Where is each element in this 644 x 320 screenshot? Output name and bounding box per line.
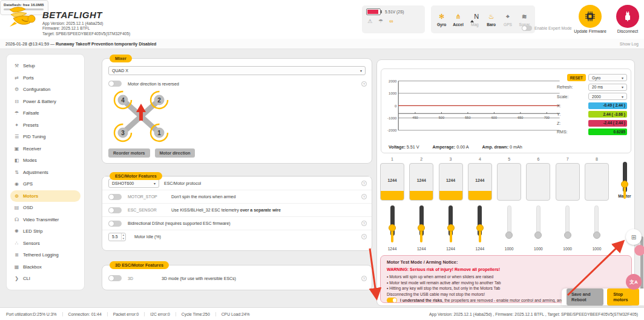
motor-direction-button[interactable]: Motor direction bbox=[155, 148, 196, 158]
help-icon[interactable]: ? bbox=[361, 81, 367, 87]
mixer-type-select[interactable]: QUAD X ▾ bbox=[108, 66, 366, 75]
sidebar-item-failsafe[interactable]: ☂Failsafe bbox=[7, 107, 84, 119]
motor-slider-4[interactable] bbox=[468, 205, 492, 245]
save-and-reboot-button[interactable]: Save and Reboot bbox=[567, 288, 603, 305]
sensor-gyro: ✻ Gyro bbox=[434, 13, 450, 27]
expert-mode-toggle[interactable] bbox=[522, 25, 532, 31]
notification-dot[interactable] bbox=[634, 245, 644, 256]
motor-stop-name: MOTOR_STOP bbox=[128, 195, 171, 199]
gear-icon: ⚙ bbox=[13, 87, 21, 92]
show-log-button[interactable]: Show Log bbox=[620, 42, 639, 46]
master-slider[interactable]: Master bbox=[616, 162, 634, 198]
update-firmware-button[interactable] bbox=[579, 5, 602, 28]
help-icon[interactable]: ? bbox=[361, 276, 367, 281]
motor-direction-reversed-toggle[interactable] bbox=[108, 81, 122, 87]
spin-down-icon[interactable]: ▾ bbox=[122, 237, 125, 241]
motor-number-row: 1 2 3 4 5 6 7 8 bbox=[380, 157, 609, 161]
esc-protocol-value: DSHOT600 bbox=[112, 181, 134, 185]
motor-slider-3[interactable] bbox=[439, 205, 463, 245]
sidebar-item-ports[interactable]: ⇄Ports bbox=[7, 72, 84, 84]
motor-slider-2[interactable] bbox=[409, 205, 433, 245]
sidebar-item-blackbox[interactable]: ▦Blackbox bbox=[7, 261, 84, 273]
motor-number-3: 3 bbox=[121, 130, 125, 136]
warning-icon: ⚠ bbox=[367, 18, 372, 24]
sidebar-item-pid-tuning[interactable]: ☰PID Tuning bbox=[7, 131, 84, 143]
motor-bar-5 bbox=[497, 163, 521, 201]
y-tick: -2000 bbox=[387, 128, 397, 132]
motor-number-1: 1 bbox=[157, 130, 161, 136]
sidebar-item-configuration[interactable]: ⚙Configuration bbox=[7, 84, 84, 96]
gps-icon: ⌖ bbox=[506, 13, 510, 21]
sidebar-item-presets[interactable]: ✦Presets bbox=[7, 119, 84, 132]
motor-bar-8 bbox=[585, 163, 609, 201]
extension-grid-button[interactable]: ⊞ bbox=[626, 229, 642, 245]
sensor-label: Mag bbox=[471, 22, 479, 27]
graph-source-select[interactable]: Gyro▾ bbox=[588, 74, 627, 81]
receiver-icon: ▣ bbox=[13, 146, 21, 152]
sidebar-item-led-strip[interactable]: ✺LED Strip bbox=[7, 225, 84, 238]
3d-mode-toggle[interactable] bbox=[108, 275, 122, 281]
antenna-icon: ☊ bbox=[13, 217, 21, 222]
stop-motors-button[interactable]: Stop motors bbox=[607, 288, 639, 305]
motor-value: 1000 bbox=[556, 247, 580, 251]
spinner[interactable]: ▴ ▾ bbox=[121, 233, 125, 240]
motor-idle-label: Motor Idle (%) bbox=[134, 235, 161, 239]
esc-features-title: ESC/Motor Features bbox=[110, 172, 162, 180]
help-icon[interactable]: ? bbox=[361, 234, 367, 239]
brand-name: BETAFLIGHT bbox=[42, 10, 130, 20]
notice-title: Motor Test Mode / Arming Notice: bbox=[387, 259, 625, 265]
motor-slider-1[interactable] bbox=[380, 205, 404, 245]
esc-sensor-desc: Use KISS/BLHeli_32 ESC telemetry over a … bbox=[171, 208, 281, 212]
disconnect-button[interactable] bbox=[616, 5, 639, 28]
sidebar-item-setup[interactable]: ⚒Setup bbox=[7, 60, 84, 72]
sidebar-item-adjustments[interactable]: ⇅Adjustments bbox=[7, 167, 84, 179]
esc-sensor-toggle[interactable] bbox=[108, 207, 122, 213]
translate-button[interactable]: 文A bbox=[626, 274, 642, 290]
motor-slider-8[interactable] bbox=[585, 205, 609, 245]
grid-plus-icon: ⊞ bbox=[631, 234, 636, 241]
motor-slider-6[interactable] bbox=[526, 205, 550, 245]
chevron-down-icon: ▾ bbox=[622, 85, 623, 89]
status-version-info: App Version: 2025.12.1 (4aba25d) , Firmw… bbox=[429, 312, 638, 316]
gyro-graph: 2000 1000 0 -1000 -2000 450 500 550 600 … bbox=[385, 74, 564, 142]
sidebar-item-receiver[interactable]: ▣Receiver bbox=[7, 143, 84, 155]
motor-number: 8 bbox=[585, 157, 609, 161]
log-message: 2026-01-28 @13:41:59 — Runaway Takeoff P… bbox=[5, 42, 156, 46]
motor-idle-input[interactable]: 5.5 ▴ ▾ bbox=[108, 233, 126, 241]
sidebar-item-power-battery[interactable]: ⊟Power & Battery bbox=[7, 96, 84, 108]
sidebar-item-modes[interactable]: ◧Modes bbox=[7, 155, 84, 167]
refresh-select[interactable]: 20 ms▾ bbox=[588, 84, 627, 91]
sonar-icon: ≋ bbox=[522, 13, 527, 21]
sensor-status-bar: ✻ Gyro ⋔ Accel N Mag ♨ Baro ⌖ GPS ≋ Sona… bbox=[431, 5, 535, 33]
sidebar-item-video-transmitter[interactable]: ☊Video Transmitter bbox=[7, 214, 84, 226]
motor-bar-6 bbox=[526, 163, 550, 201]
sidebar-item-sensors[interactable]: ∴Sensors bbox=[7, 238, 84, 250]
sidebar-item-gps[interactable]: ◉GPS bbox=[7, 178, 84, 190]
motor-slider-7[interactable] bbox=[556, 205, 580, 245]
sidebar-item-tethered-logging[interactable]: ≣Tethered Logging bbox=[7, 249, 84, 261]
reset-button[interactable]: RESET bbox=[567, 74, 586, 81]
battery-icon: ⊟ bbox=[13, 99, 21, 104]
amperage-readout: Amperage: 0.00 A bbox=[433, 144, 469, 150]
help-icon[interactable]: ? bbox=[361, 194, 367, 199]
sidebar-item-osd[interactable]: ▤OSD bbox=[7, 202, 84, 214]
help-icon[interactable]: ? bbox=[361, 221, 367, 226]
blackbox-icon: ▦ bbox=[13, 264, 21, 270]
reorder-motors-button[interactable]: Reorder motors bbox=[108, 148, 150, 158]
esc-protocol-select[interactable]: DSHOT600 ▾ bbox=[108, 179, 159, 188]
bidirectional-dshot-toggle[interactable] bbox=[108, 221, 122, 227]
motor-stop-toggle[interactable] bbox=[108, 194, 122, 200]
motor-slider-5[interactable] bbox=[497, 205, 521, 245]
sidebar-item-cli[interactable]: ❯CLI bbox=[7, 273, 84, 285]
y-tick: 0 bbox=[395, 104, 397, 108]
motor-direction-reversed-label: Motor direction is reversed bbox=[128, 81, 179, 87]
scale-select[interactable]: 2000▾ bbox=[588, 93, 627, 100]
y-tick: 2000 bbox=[389, 79, 397, 83]
motor-number: 4 bbox=[468, 157, 492, 161]
sidebar-item-motors[interactable]: ⊙Motors bbox=[10, 190, 80, 202]
motor-sliders-row bbox=[380, 205, 609, 245]
understand-risks-toggle[interactable] bbox=[387, 298, 397, 303]
esc-protocol-label: ESC/Motor protocol bbox=[164, 181, 201, 185]
motor-number: 1 bbox=[380, 157, 404, 161]
help-icon[interactable]: ? bbox=[361, 181, 367, 186]
